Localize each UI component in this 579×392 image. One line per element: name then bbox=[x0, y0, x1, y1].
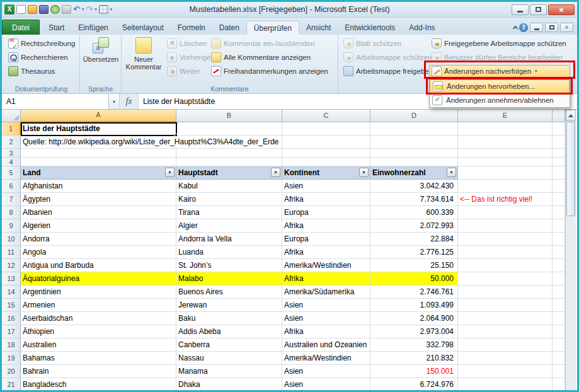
cell-E12[interactable] bbox=[458, 259, 553, 272]
cell-D10[interactable]: 22.884 bbox=[370, 233, 458, 246]
cell-A15[interactable]: Armenien bbox=[21, 299, 176, 312]
help-icon[interactable]: ? bbox=[519, 23, 528, 32]
cell-A16[interactable]: Aserbaidschan bbox=[21, 312, 176, 325]
cell-B10[interactable]: Andorra la Vella bbox=[176, 233, 282, 246]
thesaurus-button[interactable]: Thesaurus bbox=[6, 65, 79, 78]
cell-C17[interactable]: Afrika bbox=[282, 325, 370, 338]
cell-D1[interactable] bbox=[370, 122, 458, 135]
show-hide-comment-button[interactable]: Kommentar ein-/ausblenden bbox=[209, 37, 331, 50]
cell-E13[interactable] bbox=[458, 272, 553, 285]
cell-E5[interactable] bbox=[458, 166, 553, 180]
cell-D8[interactable]: 600.339 bbox=[370, 206, 458, 219]
cell-B20[interactable]: Manama bbox=[176, 365, 282, 378]
cell-B6[interactable]: Kabul bbox=[176, 180, 282, 193]
cell-B3[interactable] bbox=[176, 149, 282, 158]
research-button[interactable]: Recherchieren bbox=[6, 51, 79, 64]
workbook-restore-icon[interactable] bbox=[545, 23, 558, 32]
cell-A8[interactable]: Albanien bbox=[21, 206, 176, 219]
cell-A20[interactable]: Bahrain bbox=[21, 365, 176, 378]
cell-C6[interactable]: Asien bbox=[282, 180, 370, 193]
cell-A2[interactable]: Quelle: http://de.wikipedia.org/wiki/Lis… bbox=[21, 135, 176, 149]
column-header-b[interactable]: B bbox=[176, 110, 282, 122]
row-header-1[interactable]: 1 bbox=[2, 122, 21, 135]
accept-reject-changes-menu-item[interactable]: Änderungen annehmen/ablehnen bbox=[430, 93, 570, 107]
tab-ueberpruefen[interactable]: Überprüfen bbox=[246, 21, 299, 35]
protect-shared-workbook-button[interactable]: Freigegebene Arbeitsmappe schützen bbox=[429, 37, 575, 50]
filter-button-kontinent[interactable]: ▾ bbox=[359, 168, 369, 177]
cell-A19[interactable]: Bahamas bbox=[21, 352, 176, 365]
cell-D16[interactable]: 2.064.900 bbox=[370, 312, 458, 325]
row-header-15[interactable]: 15 bbox=[2, 299, 21, 312]
cell-A13[interactable]: Äquatorialguinea bbox=[21, 272, 176, 285]
cell-A7[interactable]: Ägypten bbox=[21, 193, 176, 206]
row-header-21[interactable]: 21 bbox=[2, 378, 21, 390]
cell-C2[interactable] bbox=[282, 135, 370, 149]
cell-E2[interactable] bbox=[458, 135, 553, 149]
row-header-19[interactable]: 19 bbox=[2, 352, 21, 365]
cell-B21[interactable]: Dhaka bbox=[176, 378, 282, 390]
cell-E18[interactable] bbox=[458, 338, 553, 352]
cell-F1[interactable] bbox=[553, 122, 565, 135]
show-all-comments-button[interactable]: Alle Kommentare anzeigen bbox=[209, 51, 331, 64]
cell-B5[interactable]: Hauptstadt▾ bbox=[176, 166, 282, 180]
cell-C3[interactable] bbox=[282, 149, 370, 158]
cell-F20[interactable] bbox=[553, 365, 565, 378]
name-box-dropdown-icon[interactable]: ▾ bbox=[109, 94, 120, 109]
cell-F13[interactable] bbox=[553, 272, 565, 285]
minimize-ribbon-icon[interactable] bbox=[513, 26, 518, 31]
cell-F17[interactable] bbox=[553, 325, 565, 338]
cell-F5[interactable] bbox=[553, 166, 565, 180]
cell-A11[interactable]: Angola bbox=[21, 246, 176, 259]
delete-comment-button[interactable]: Löschen bbox=[164, 37, 215, 50]
vertical-scrollbar[interactable] bbox=[565, 110, 576, 390]
tab-addins[interactable]: Add-Ins bbox=[402, 21, 442, 35]
cell-D6[interactable]: 3.042.430 bbox=[370, 180, 458, 193]
cell-B1[interactable] bbox=[176, 122, 282, 135]
cell-F3[interactable] bbox=[553, 149, 565, 158]
cell-B12[interactable]: St. John’s bbox=[176, 259, 282, 272]
column-header-a[interactable]: A bbox=[21, 110, 176, 122]
print-preview-icon[interactable] bbox=[62, 5, 71, 14]
column-header-d[interactable]: D bbox=[370, 110, 458, 122]
row-header-18[interactable]: 18 bbox=[2, 338, 21, 352]
cell-B19[interactable]: Nassau bbox=[176, 352, 282, 365]
protect-workbook-button[interactable]: Arbeitsmappe schützen bbox=[341, 51, 435, 64]
maximize-button[interactable] bbox=[530, 4, 547, 15]
cell-F2[interactable] bbox=[553, 135, 565, 149]
cell-D14[interactable]: 2.746.761 bbox=[370, 285, 458, 299]
cell-D4[interactable] bbox=[370, 158, 458, 166]
row-header-8[interactable]: 8 bbox=[2, 206, 21, 219]
cell-D3[interactable] bbox=[370, 149, 458, 158]
cell-F12[interactable] bbox=[553, 259, 565, 272]
cell-C7[interactable]: Afrika bbox=[282, 193, 370, 206]
cell-F6[interactable] bbox=[553, 180, 565, 193]
cell-C11[interactable]: Afrika bbox=[282, 246, 370, 259]
new-comment-button[interactable]: Neuer Kommentar bbox=[125, 37, 162, 71]
column-header-c[interactable]: C bbox=[282, 110, 370, 122]
scrollbar-thumb[interactable] bbox=[566, 122, 575, 216]
row-header-14[interactable]: 14 bbox=[2, 285, 21, 299]
cell-E6[interactable] bbox=[458, 180, 553, 193]
cell-C21[interactable]: Asien bbox=[282, 378, 370, 390]
cell-A3[interactable] bbox=[21, 149, 176, 158]
cell-A6[interactable]: Afghanistan bbox=[21, 180, 176, 193]
cell-D17[interactable]: 2.973.004 bbox=[370, 325, 458, 338]
filter-button-einwohnerzahl[interactable]: ▾ bbox=[447, 168, 456, 177]
cell-E7[interactable]: <-- Das ist richtig viel! bbox=[458, 193, 553, 206]
cell-D19[interactable]: 210.832 bbox=[370, 352, 458, 365]
new-document-icon[interactable] bbox=[16, 5, 26, 14]
column-header-e[interactable]: E bbox=[458, 110, 553, 122]
cell-E21[interactable] bbox=[458, 378, 553, 390]
cell-B7[interactable]: Kairo bbox=[176, 193, 282, 206]
select-all-corner[interactable] bbox=[2, 110, 21, 122]
previous-comment-button[interactable]: Vorheriger bbox=[164, 51, 215, 64]
cell-D21[interactable]: 6.724.976 bbox=[370, 378, 458, 390]
cell-F4[interactable] bbox=[553, 158, 565, 166]
cell-E16[interactable] bbox=[458, 312, 553, 325]
cell-B9[interactable]: Algier bbox=[176, 219, 282, 233]
row-header-11[interactable]: 11 bbox=[2, 246, 21, 259]
cell-F9[interactable] bbox=[553, 219, 565, 233]
cell-C18[interactable]: Australien und Ozeanien bbox=[282, 338, 370, 352]
tab-einfuegen[interactable]: Einfügen bbox=[71, 21, 115, 35]
cell-B16[interactable]: Baku bbox=[176, 312, 282, 325]
